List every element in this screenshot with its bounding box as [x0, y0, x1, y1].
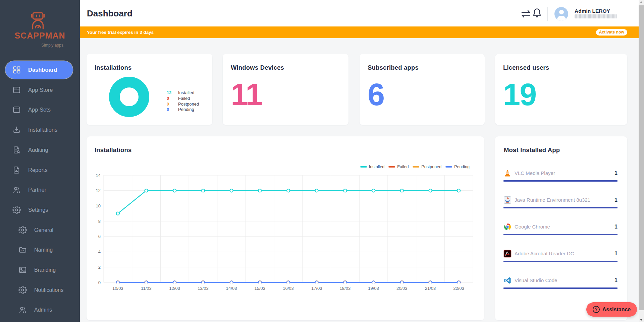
- gear-icon: [18, 286, 27, 294]
- svg-text:10: 10: [96, 203, 101, 208]
- switch-account-icon[interactable]: [521, 8, 531, 19]
- donut-legend-row-postponed: 0Postponed: [167, 102, 199, 107]
- scrollbar-up-arrow-icon[interactable]: [640, 1, 643, 3]
- licensed-users-value: 19: [503, 84, 536, 106]
- donut-legend-label: Postponed: [178, 102, 199, 107]
- svg-text:2: 2: [98, 265, 101, 270]
- donut-legend-label: Failed: [178, 96, 190, 101]
- page-scrollbar[interactable]: [639, 0, 644, 322]
- trial-banner: Your free trial expires in 3 days Activa…: [80, 26, 639, 38]
- svg-text:21/03: 21/03: [425, 286, 436, 291]
- sidebar-item-label: Installations: [28, 121, 57, 139]
- audit-icon: [12, 146, 21, 154]
- donut-legend-value: 0: [167, 102, 178, 107]
- adobe-app-icon: [503, 250, 512, 258]
- windows-devices-card: Windows Devices 11: [223, 54, 348, 125]
- svg-text:18/03: 18/03: [340, 286, 351, 291]
- sidebar-item-label: Branding: [34, 261, 56, 279]
- sidebar-item-label: Partner: [28, 181, 46, 199]
- report-icon: [12, 166, 21, 174]
- user-company-blurred: [575, 14, 617, 18]
- sidebar-item-partner[interactable]: Partner: [5, 181, 73, 199]
- windows-devices-value: 11: [231, 84, 262, 106]
- sidebar-item-installations[interactable]: Installations: [5, 121, 73, 139]
- installations-line-chart: 0246810121410/0311/0312/0313/0314/0315/0…: [87, 136, 484, 320]
- window-icon: [12, 86, 21, 94]
- donut-legend-row-pending: 0Pending: [167, 107, 199, 113]
- sidebar-item-label: Reports: [28, 161, 48, 179]
- donut-legend-row-failed: 0Failed: [167, 96, 199, 102]
- svg-text:14/03: 14/03: [226, 286, 237, 291]
- sidebar-item-app-sets[interactable]: App Sets: [5, 101, 73, 119]
- app-install-count: 1: [614, 192, 618, 208]
- java-app-icon: [503, 196, 512, 204]
- svg-text:16/03: 16/03: [283, 286, 294, 291]
- app-item-underline: [503, 180, 618, 182]
- app-install-count: 1: [614, 272, 618, 288]
- image-icon: [18, 266, 27, 274]
- sidebar-item-auditing[interactable]: Auditing: [5, 141, 73, 159]
- sidebar-item-settings[interactable]: Settings: [5, 201, 73, 219]
- app-install-count: 1: [614, 246, 618, 262]
- sidebar-item-reports[interactable]: Reports: [5, 161, 73, 179]
- donut-legend-row-installed: 12Installed: [167, 90, 199, 96]
- app-item-visual-studio-code[interactable]: Visual Studio Code1: [503, 272, 618, 288]
- app-item-adobe-acrobat-reader-dc[interactable]: Adobe Acrobat Reader DC1: [503, 246, 618, 262]
- sidebar-item-notifications[interactable]: Notifications: [5, 281, 73, 299]
- app-install-count: 1: [614, 165, 618, 181]
- sidebar: SCAPPMAN Simply apps. DashboardApp Store…: [0, 0, 80, 322]
- app-item-underline: [503, 234, 618, 235]
- people-icon: [18, 306, 27, 314]
- header: Dashboard Admin LEROY: [80, 0, 639, 26]
- scrollbar-down-arrow-icon[interactable]: [640, 319, 643, 321]
- sidebar-item-label: Admins: [34, 301, 52, 319]
- app-item-underline: [503, 207, 618, 208]
- activate-now-button[interactable]: Activate now: [596, 29, 627, 36]
- svg-text:Aa: Aa: [21, 249, 24, 252]
- app-name: Google Chrome: [515, 219, 550, 235]
- app-item-java-runtime-environment-8u321[interactable]: Java Runtime Environment 8u3211: [503, 192, 618, 208]
- notifications-bell-icon[interactable]: [532, 7, 542, 19]
- svg-text:12: 12: [96, 188, 101, 193]
- svg-text:12/03: 12/03: [169, 286, 180, 291]
- svg-text:20/03: 20/03: [396, 286, 408, 291]
- sidebar-item-label: Dashboard: [28, 61, 57, 79]
- svg-text:19/03: 19/03: [368, 286, 379, 291]
- sidebar-item-app-store[interactable]: App Store: [5, 81, 73, 99]
- sidebar-item-label: Naming: [34, 241, 53, 259]
- sidebar-item-naming[interactable]: AaNaming: [5, 241, 73, 259]
- app-item-vlc-media-player[interactable]: VLC Media Player1: [503, 165, 618, 181]
- robot-logo-icon: [28, 12, 48, 29]
- assistance-button[interactable]: ? Assistance: [586, 302, 637, 317]
- svg-text:6: 6: [98, 234, 101, 239]
- folder-icon: Aa: [18, 246, 27, 254]
- svg-text:13/03: 13/03: [198, 286, 209, 291]
- svg-text:14: 14: [96, 173, 101, 178]
- sidebar-item-admins[interactable]: Admins: [5, 301, 73, 319]
- svg-text:15/03: 15/03: [255, 286, 266, 291]
- svg-text:8: 8: [98, 219, 101, 224]
- sidebar-item-dashboard[interactable]: Dashboard: [5, 61, 73, 79]
- scrollbar-thumb[interactable]: [639, 5, 644, 310]
- user-name[interactable]: Admin LEROY: [575, 8, 610, 14]
- app-item-google-chrome[interactable]: Google Chrome1: [503, 219, 618, 235]
- installations-chart-card: Installations InstalledFailedPostponedPe…: [87, 136, 484, 320]
- sidebar-item-branding[interactable]: Branding: [5, 261, 73, 279]
- question-circle-icon: ?: [593, 306, 600, 313]
- installations-donut-legend: 12Installed0Failed0Postponed0Pending: [167, 90, 199, 113]
- assistance-label: Assistance: [602, 307, 631, 313]
- avatar[interactable]: [554, 7, 568, 21]
- people-icon: [12, 186, 21, 194]
- sidebar-item-label: General: [34, 221, 53, 239]
- header-divider: [547, 7, 548, 21]
- licensed-users-card: Licensed users 19: [495, 54, 627, 125]
- subscribed-apps-title: Subscribed apps: [368, 64, 419, 71]
- sidebar-item-label: App Sets: [28, 101, 51, 119]
- vlc-app-icon: [503, 169, 512, 177]
- donut-legend-label: Installed: [178, 90, 194, 95]
- sidebar-item-label: App Store: [28, 81, 53, 99]
- gear-icon: [18, 226, 27, 234]
- app-name: Java Runtime Environment 8u321: [515, 192, 590, 208]
- svg-text:17/03: 17/03: [311, 286, 322, 291]
- sidebar-item-general[interactable]: General: [5, 221, 73, 239]
